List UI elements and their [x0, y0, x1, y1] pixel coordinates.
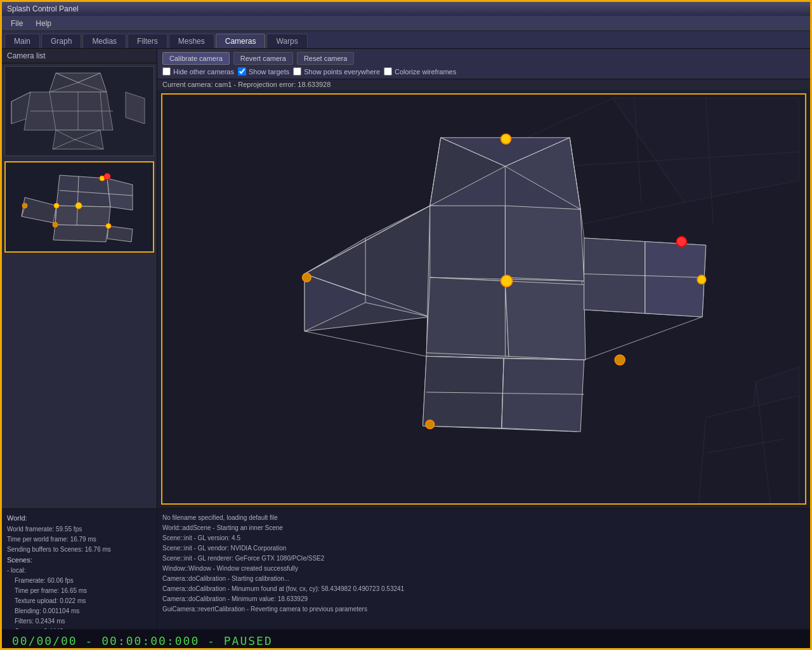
show-points-everywhere-text: Show points everywhere — [304, 68, 380, 76]
reset-camera-button[interactable]: Reset camera — [297, 52, 354, 65]
titlebar: Splash Control Panel — [2, 2, 810, 16]
main-layout: Camera list — [2, 49, 810, 650]
menu-file[interactable]: File — [4, 18, 29, 29]
sending-buffers: Sending buffers to Scenes: 16.76 ms — [7, 545, 152, 555]
bottom-panel: World: World framerate: 59.55 fps Time p… — [2, 508, 810, 629]
log-line-8: Camera::doCalibration - Minimum value: 1… — [162, 594, 805, 604]
svg-marker-61 — [505, 206, 584, 281]
hide-other-cameras-text: Hide other cameras — [173, 68, 234, 76]
show-targets-label[interactable]: Show targets — [238, 67, 289, 76]
current-camera-text: Current camera: cam1 - Reprojection erro… — [162, 81, 331, 88]
svg-marker-60 — [430, 206, 506, 281]
local-title: - local: — [7, 566, 152, 576]
svg-point-33 — [22, 203, 27, 208]
calibrate-camera-button[interactable]: Calibrate camera — [162, 52, 230, 65]
texture-upload: Texture upload: 0.022 ms — [7, 596, 152, 606]
svg-marker-24 — [55, 206, 110, 226]
show-points-everywhere-label[interactable]: Show points everywhere — [293, 67, 380, 76]
log-line-6: Camera::doCalibration - Starting calibra… — [162, 574, 805, 584]
status-bottom: 00/00/00 - 00:00:00:000 - PAUSED — [2, 629, 810, 650]
svg-point-86 — [426, 420, 435, 429]
log-panel: No filename specified, loading default f… — [157, 509, 810, 629]
hide-other-cameras-label[interactable]: Hide other cameras — [162, 67, 234, 76]
current-camera-status: Current camera: cam1 - Reprojection erro… — [157, 79, 810, 90]
tab-meshes[interactable]: Meshes — [169, 34, 214, 48]
left-panel: Camera list — [2, 49, 157, 508]
log-line-4: Scene::init - GL renderer: GeForce GTX 1… — [162, 554, 805, 564]
svg-point-32 — [54, 203, 59, 208]
svg-point-31 — [75, 202, 82, 209]
svg-marker-68 — [645, 242, 706, 317]
scenes-title: Scenes: — [7, 555, 152, 566]
show-points-everywhere-checkbox[interactable] — [293, 67, 301, 76]
camera-list-header: Camera list — [2, 49, 157, 63]
app-title: Splash Control Panel — [7, 4, 79, 13]
log-line-5: Window::Window - Window created successf… — [162, 564, 805, 574]
filters-stat: Filters: 0.2434 ms — [7, 616, 152, 627]
log-line-2: Scene::init - GL version: 4.5 — [162, 533, 805, 543]
time-per-world-frame: Time per world frame: 16.79 ms — [7, 534, 152, 545]
svg-point-87 — [615, 355, 625, 365]
tab-warps[interactable]: Warps — [266, 34, 307, 48]
tab-cameras[interactable]: Cameras — [216, 34, 266, 48]
toolbar-row-2: Hide other cameras Show targets Show poi… — [162, 67, 805, 76]
svg-marker-62 — [426, 277, 509, 356]
timecode-display: 00/00/00 - 00:00:00:000 - PAUSED — [12, 634, 273, 647]
world-title: World: — [7, 513, 152, 524]
menu-help[interactable]: Help — [29, 18, 58, 29]
colorize-wireframes-text: Colorize wireframes — [395, 68, 456, 76]
time-per-frame: Time per frame: 16.65 ms — [7, 586, 152, 596]
svg-point-34 — [106, 223, 111, 229]
show-targets-checkbox[interactable] — [238, 67, 246, 76]
tab-graph[interactable]: Graph — [41, 34, 81, 48]
svg-marker-73 — [502, 359, 584, 432]
world-framerate: World framerate: 59.55 fps — [7, 524, 152, 534]
svg-point-82 — [501, 134, 511, 144]
log-line-1: World::addScene - Starting an inner Scen… — [162, 523, 805, 533]
camera-thumb-img-2 — [6, 162, 153, 251]
viewport-bg — [162, 95, 805, 503]
tab-main[interactable]: Main — [4, 34, 40, 48]
svg-point-84 — [501, 275, 513, 287]
camera-thumbnail-1[interactable] — [4, 66, 154, 156]
svg-point-85 — [697, 275, 706, 284]
svg-point-37 — [104, 173, 110, 180]
svg-point-83 — [303, 273, 311, 282]
log-line-7: Camera::doCalibration - Minumum found at… — [162, 584, 805, 594]
tab-medias[interactable]: Medias — [82, 34, 126, 48]
3d-viewport[interactable] — [161, 93, 806, 505]
svg-marker-26 — [53, 225, 108, 242]
svg-point-88 — [676, 237, 686, 247]
revert-camera-button[interactable]: Revert camera — [233, 52, 293, 65]
framerate: Framerate: 60.06 fps — [7, 576, 152, 586]
hide-other-cameras-checkbox[interactable] — [162, 67, 171, 76]
blending: Blending: 0.001104 ms — [7, 606, 152, 616]
viewport-svg — [162, 95, 805, 503]
svg-marker-63 — [505, 281, 586, 360]
svg-point-35 — [53, 222, 58, 227]
camera-thumb-img-1 — [5, 67, 152, 156]
menubar: File Help — [2, 16, 810, 31]
toolbar-row-1: Calibrate camera Revert camera Reset cam… — [162, 52, 805, 65]
content-area: Camera list — [2, 49, 810, 508]
log-line-0: No filename specified, loading default f… — [162, 513, 805, 523]
tab-filters[interactable]: Filters — [128, 34, 167, 48]
colorize-wireframes-checkbox[interactable] — [384, 67, 392, 76]
stats-panel: World: World framerate: 59.55 fps Time p… — [2, 509, 157, 629]
toolbar: Calibrate camera Revert camera Reset cam… — [157, 49, 810, 79]
log-line-9: GuiCamera::revertCalibration - Reverting… — [162, 604, 805, 614]
show-targets-text: Show targets — [249, 68, 289, 76]
right-panel: Calibrate camera Revert camera Reset cam… — [157, 49, 810, 508]
log-line-3: Scene::init - GL vendor: NVIDIA Corporat… — [162, 543, 805, 554]
tabbar: Main Graph Medias Filters Meshes Cameras… — [2, 31, 810, 49]
camera-thumbnail-2[interactable] — [4, 161, 154, 253]
svg-marker-15 — [53, 130, 103, 149]
colorize-wireframes-label[interactable]: Colorize wireframes — [384, 67, 456, 76]
